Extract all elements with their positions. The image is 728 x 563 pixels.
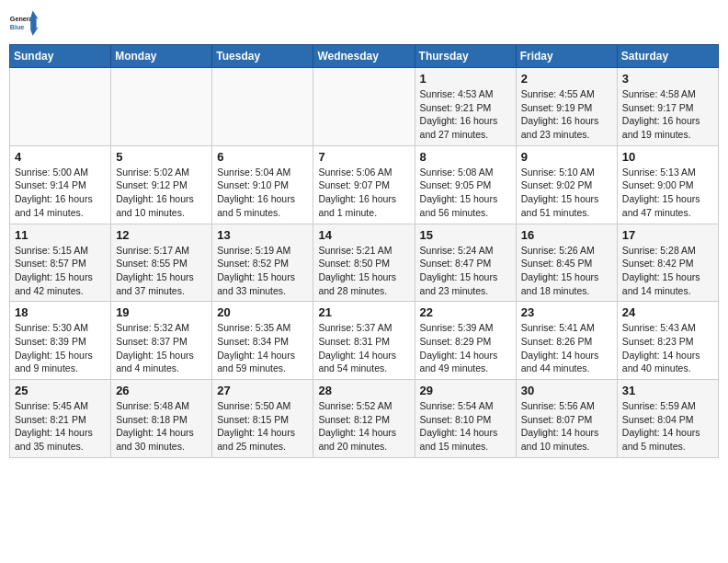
day-number: 18: [15, 305, 106, 319]
calendar-cell: [10, 68, 111, 146]
day-number: 11: [15, 228, 106, 242]
calendar-cell: 5Sunrise: 5:02 AMSunset: 9:12 PMDaylight…: [111, 145, 212, 224]
day-info: Sunrise: 4:55 AMSunset: 9:19 PMDaylight:…: [521, 87, 612, 142]
day-info: Sunrise: 5:02 AMSunset: 9:12 PMDaylight:…: [116, 166, 207, 220]
logo-icon: General Blue: [9, 9, 39, 39]
day-info: Sunrise: 5:10 AMSunset: 9:02 PMDaylight:…: [521, 166, 612, 220]
day-number: 23: [521, 305, 612, 319]
day-number: 19: [116, 305, 207, 319]
calendar-cell: 18Sunrise: 5:30 AMSunset: 8:39 PMDayligh…: [10, 302, 111, 380]
calendar-table: SundayMondayTuesdayWednesdayThursdayFrid…: [9, 44, 719, 458]
calendar-cell: 6Sunrise: 5:04 AMSunset: 9:10 PMDaylight…: [212, 145, 313, 224]
calendar-cell: 14Sunrise: 5:21 AMSunset: 8:50 PMDayligh…: [313, 224, 415, 302]
calendar-week-row: 25Sunrise: 5:45 AMSunset: 8:21 PMDayligh…: [10, 380, 719, 458]
calendar-cell: 19Sunrise: 5:32 AMSunset: 8:37 PMDayligh…: [111, 302, 212, 380]
day-number: 2: [521, 72, 612, 86]
day-info: Sunrise: 5:00 AMSunset: 9:14 PMDaylight:…: [15, 166, 106, 220]
day-info: Sunrise: 5:19 AMSunset: 8:52 PMDaylight:…: [217, 244, 308, 298]
weekday-header-thursday: Thursday: [415, 45, 516, 68]
day-number: 14: [318, 228, 409, 242]
weekday-header-monday: Monday: [111, 45, 212, 68]
day-info: Sunrise: 5:41 AMSunset: 8:26 PMDaylight:…: [521, 321, 612, 375]
day-number: 12: [116, 228, 207, 242]
day-number: 16: [521, 228, 612, 242]
calendar-cell: 12Sunrise: 5:17 AMSunset: 8:55 PMDayligh…: [111, 224, 212, 302]
day-number: 1: [420, 72, 511, 86]
calendar-cell: 16Sunrise: 5:26 AMSunset: 8:45 PMDayligh…: [516, 224, 617, 302]
day-info: Sunrise: 5:30 AMSunset: 8:39 PMDaylight:…: [15, 321, 106, 375]
day-number: 22: [420, 305, 511, 319]
day-info: Sunrise: 5:04 AMSunset: 9:10 PMDaylight:…: [217, 166, 308, 220]
calendar-cell: 1Sunrise: 4:53 AMSunset: 9:21 PMDaylight…: [415, 68, 516, 146]
day-number: 31: [622, 384, 713, 397]
calendar-cell: 13Sunrise: 5:19 AMSunset: 8:52 PMDayligh…: [212, 224, 313, 302]
day-info: Sunrise: 4:58 AMSunset: 9:17 PMDaylight:…: [622, 87, 713, 142]
day-info: Sunrise: 5:06 AMSunset: 9:07 PMDaylight:…: [318, 166, 409, 220]
day-info: Sunrise: 5:43 AMSunset: 8:23 PMDaylight:…: [622, 321, 713, 375]
weekday-header-saturday: Saturday: [617, 45, 718, 68]
day-info: Sunrise: 5:50 AMSunset: 8:15 PMDaylight:…: [217, 399, 308, 454]
day-number: 17: [622, 228, 713, 242]
weekday-header-wednesday: Wednesday: [313, 45, 415, 68]
calendar-cell: 4Sunrise: 5:00 AMSunset: 9:14 PMDaylight…: [10, 145, 111, 224]
calendar-week-row: 1Sunrise: 4:53 AMSunset: 9:21 PMDaylight…: [10, 68, 719, 146]
calendar-cell: 23Sunrise: 5:41 AMSunset: 8:26 PMDayligh…: [516, 302, 617, 380]
day-number: 15: [420, 228, 511, 242]
day-info: Sunrise: 4:53 AMSunset: 9:21 PMDaylight:…: [420, 87, 511, 142]
weekday-header-sunday: Sunday: [10, 45, 111, 68]
day-info: Sunrise: 5:39 AMSunset: 8:29 PMDaylight:…: [420, 321, 511, 375]
day-number: 7: [318, 150, 409, 164]
day-number: 25: [15, 384, 106, 397]
calendar-cell: 17Sunrise: 5:28 AMSunset: 8:42 PMDayligh…: [617, 224, 718, 302]
day-info: Sunrise: 5:15 AMSunset: 8:57 PMDaylight:…: [15, 244, 106, 298]
day-number: 28: [318, 384, 409, 397]
calendar-cell: 21Sunrise: 5:37 AMSunset: 8:31 PMDayligh…: [313, 302, 415, 380]
calendar-cell: [313, 68, 415, 146]
calendar-cell: 25Sunrise: 5:45 AMSunset: 8:21 PMDayligh…: [10, 380, 111, 458]
day-info: Sunrise: 5:17 AMSunset: 8:55 PMDaylight:…: [116, 244, 207, 298]
calendar-cell: [111, 68, 212, 146]
day-info: Sunrise: 5:21 AMSunset: 8:50 PMDaylight:…: [318, 244, 409, 298]
calendar-header-row: SundayMondayTuesdayWednesdayThursdayFrid…: [10, 45, 719, 68]
calendar-cell: 28Sunrise: 5:52 AMSunset: 8:12 PMDayligh…: [313, 380, 415, 458]
calendar-cell: 2Sunrise: 4:55 AMSunset: 9:19 PMDaylight…: [516, 68, 617, 146]
day-number: 20: [217, 305, 308, 319]
calendar-cell: 24Sunrise: 5:43 AMSunset: 8:23 PMDayligh…: [617, 302, 718, 380]
day-number: 3: [622, 72, 713, 86]
calendar-cell: 29Sunrise: 5:54 AMSunset: 8:10 PMDayligh…: [415, 380, 516, 458]
calendar-cell: 20Sunrise: 5:35 AMSunset: 8:34 PMDayligh…: [212, 302, 313, 380]
day-info: Sunrise: 5:56 AMSunset: 8:07 PMDaylight:…: [521, 399, 612, 454]
day-info: Sunrise: 5:08 AMSunset: 9:05 PMDaylight:…: [420, 166, 511, 220]
svg-text:Blue: Blue: [10, 23, 25, 31]
day-info: Sunrise: 5:59 AMSunset: 8:04 PMDaylight:…: [622, 399, 713, 454]
day-info: Sunrise: 5:35 AMSunset: 8:34 PMDaylight:…: [217, 321, 308, 375]
day-number: 9: [521, 150, 612, 164]
calendar-cell: 30Sunrise: 5:56 AMSunset: 8:07 PMDayligh…: [516, 380, 617, 458]
day-info: Sunrise: 5:13 AMSunset: 9:00 PMDaylight:…: [622, 166, 713, 220]
calendar-cell: 27Sunrise: 5:50 AMSunset: 8:15 PMDayligh…: [212, 380, 313, 458]
calendar-cell: 3Sunrise: 4:58 AMSunset: 9:17 PMDaylight…: [617, 68, 718, 146]
calendar-cell: 22Sunrise: 5:39 AMSunset: 8:29 PMDayligh…: [415, 302, 516, 380]
day-info: Sunrise: 5:26 AMSunset: 8:45 PMDaylight:…: [521, 244, 612, 298]
calendar-cell: 11Sunrise: 5:15 AMSunset: 8:57 PMDayligh…: [10, 224, 111, 302]
day-number: 26: [116, 384, 207, 397]
logo: General Blue: [9, 9, 39, 39]
day-info: Sunrise: 5:24 AMSunset: 8:47 PMDaylight:…: [420, 244, 511, 298]
calendar-cell: 7Sunrise: 5:06 AMSunset: 9:07 PMDaylight…: [313, 145, 415, 224]
weekday-header-tuesday: Tuesday: [212, 45, 313, 68]
calendar-cell: 26Sunrise: 5:48 AMSunset: 8:18 PMDayligh…: [111, 380, 212, 458]
day-number: 10: [622, 150, 713, 164]
day-number: 4: [15, 150, 106, 164]
day-number: 27: [217, 384, 308, 397]
day-number: 30: [521, 384, 612, 397]
day-info: Sunrise: 5:37 AMSunset: 8:31 PMDaylight:…: [318, 321, 409, 375]
day-number: 21: [318, 305, 409, 319]
day-number: 24: [622, 305, 713, 319]
calendar-cell: [212, 68, 313, 146]
day-info: Sunrise: 5:54 AMSunset: 8:10 PMDaylight:…: [420, 399, 511, 454]
day-info: Sunrise: 5:52 AMSunset: 8:12 PMDaylight:…: [318, 399, 409, 454]
calendar-cell: 15Sunrise: 5:24 AMSunset: 8:47 PMDayligh…: [415, 224, 516, 302]
day-number: 8: [420, 150, 511, 164]
weekday-header-friday: Friday: [516, 45, 617, 68]
calendar-cell: 31Sunrise: 5:59 AMSunset: 8:04 PMDayligh…: [617, 380, 718, 458]
